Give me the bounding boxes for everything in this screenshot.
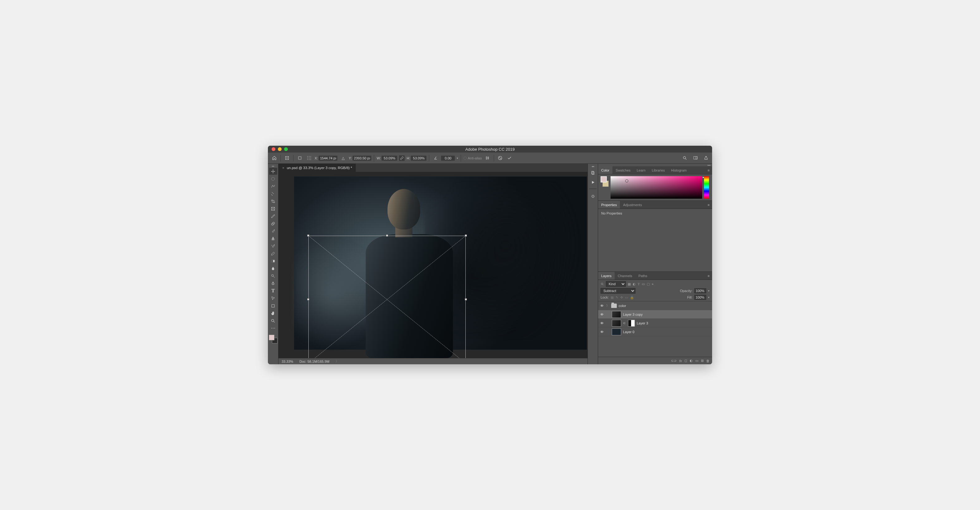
zoom-tool[interactable] bbox=[269, 317, 277, 324]
opacity-input[interactable] bbox=[694, 288, 706, 293]
layer-thumbnail[interactable] bbox=[612, 329, 621, 335]
panel-menu-icon[interactable]: ≡ bbox=[705, 274, 712, 278]
filter-type-icon[interactable]: T bbox=[638, 282, 640, 286]
transform-handle[interactable] bbox=[307, 298, 309, 300]
layer-thumbnail[interactable] bbox=[612, 320, 621, 327]
warp-icon[interactable] bbox=[484, 154, 491, 162]
tab-histogram[interactable]: Histogram bbox=[668, 166, 690, 174]
workspace-icon[interactable] bbox=[692, 154, 699, 162]
angle-input[interactable] bbox=[441, 156, 455, 160]
commit-transform-icon[interactable] bbox=[506, 154, 513, 162]
blend-mode-select[interactable]: Subtract bbox=[601, 288, 635, 294]
eraser-tool[interactable] bbox=[269, 250, 277, 257]
zoom-level[interactable]: 33.33% bbox=[282, 360, 293, 363]
tab-channels[interactable]: Channels bbox=[615, 272, 635, 280]
antialias-toggle[interactable]: Anti-alias bbox=[463, 156, 482, 160]
canvas[interactable] bbox=[294, 176, 587, 350]
filter-toggle-icon[interactable]: ● bbox=[652, 282, 654, 286]
color-swatches[interactable] bbox=[269, 335, 278, 343]
filter-shape-icon[interactable]: ▭ bbox=[642, 282, 645, 286]
visibility-toggle-icon[interactable]: 👁 bbox=[599, 330, 605, 334]
add-mask-icon[interactable]: ◻ bbox=[684, 359, 687, 363]
lasso-tool[interactable] bbox=[269, 183, 277, 190]
eyedropper-tool[interactable] bbox=[269, 213, 277, 219]
link-mask-icon[interactable]: ⊂ bbox=[623, 321, 626, 325]
transform-handle[interactable] bbox=[465, 234, 467, 237]
move-tool[interactable] bbox=[269, 168, 277, 175]
lock-pixels-icon[interactable]: ✎ bbox=[616, 296, 618, 300]
expand-strip-icon[interactable]: ◂◂ bbox=[592, 165, 594, 167]
edit-toolbar-icon[interactable]: ⋯ bbox=[269, 325, 277, 332]
tab-properties[interactable]: Properties bbox=[598, 201, 620, 209]
visibility-toggle-icon[interactable]: 👁 bbox=[599, 304, 605, 308]
layer-row[interactable]: 👁 Layer 0 bbox=[598, 327, 712, 336]
visibility-toggle-icon[interactable]: 👁 bbox=[599, 313, 605, 316]
gradient-tool[interactable] bbox=[269, 257, 277, 264]
home-icon[interactable] bbox=[270, 154, 278, 162]
canvas-viewport[interactable] bbox=[278, 172, 587, 358]
transform-controls-icon[interactable] bbox=[283, 154, 291, 162]
lock-position-icon[interactable]: ✥ bbox=[620, 296, 623, 300]
crop-tool[interactable] bbox=[269, 198, 277, 205]
filter-kind-select[interactable]: Kind bbox=[606, 281, 626, 287]
panel-foreground-swatch[interactable] bbox=[601, 176, 607, 183]
visibility-toggle-icon[interactable]: 👁 bbox=[599, 321, 605, 325]
fill-input[interactable] bbox=[694, 295, 706, 300]
panel-color-swatches[interactable] bbox=[601, 176, 609, 199]
tab-adjustments[interactable]: Adjustments bbox=[620, 201, 645, 209]
panel-menu-icon[interactable]: ≡ bbox=[705, 203, 712, 207]
adjustment-layer-icon[interactable]: ◐ bbox=[690, 359, 693, 363]
expand-group-icon[interactable]: 〉 bbox=[606, 303, 609, 308]
transform-handle[interactable] bbox=[465, 298, 467, 300]
filter-smart-icon[interactable]: ▢ bbox=[647, 282, 650, 286]
history-panel-icon[interactable] bbox=[589, 169, 597, 177]
hand-tool[interactable] bbox=[269, 310, 277, 317]
lock-transparency-icon[interactable]: ▦ bbox=[611, 296, 614, 300]
dodge-tool[interactable] bbox=[269, 272, 277, 279]
tab-swatches[interactable]: Swatches bbox=[612, 166, 633, 174]
shape-tool[interactable] bbox=[269, 302, 277, 309]
y-input[interactable] bbox=[353, 156, 371, 160]
w-input[interactable] bbox=[382, 156, 397, 160]
actions-panel-icon[interactable] bbox=[589, 178, 597, 186]
transform-handle[interactable] bbox=[307, 234, 309, 237]
quick-select-tool[interactable] bbox=[269, 190, 277, 197]
reference-grid-icon[interactable] bbox=[305, 154, 313, 162]
new-group-icon[interactable]: ▭ bbox=[695, 359, 698, 363]
foreground-swatch[interactable] bbox=[269, 335, 274, 340]
tab-color[interactable]: Color bbox=[598, 166, 612, 174]
maximize-window-icon[interactable] bbox=[284, 147, 288, 151]
collapse-panels-icon[interactable]: ▸◂ bbox=[598, 164, 712, 166]
filter-adjust-icon[interactable]: ◐ bbox=[633, 282, 636, 286]
path-select-tool[interactable] bbox=[269, 295, 277, 302]
pen-tool[interactable] bbox=[269, 280, 277, 287]
layer-fx-icon[interactable]: fx bbox=[679, 359, 682, 363]
share-icon[interactable] bbox=[702, 154, 710, 162]
layer-group-row[interactable]: 👁 〉 color bbox=[598, 301, 712, 310]
layer-name[interactable]: color bbox=[619, 304, 626, 308]
navigator-panel-icon[interactable] bbox=[589, 192, 597, 200]
close-window-icon[interactable] bbox=[272, 147, 275, 151]
collapse-toolbar-icon[interactable]: ▸▸ bbox=[268, 165, 278, 167]
cancel-transform-icon[interactable] bbox=[496, 154, 504, 162]
close-tab-icon[interactable]: × bbox=[282, 166, 285, 170]
layer-mask-thumbnail[interactable] bbox=[628, 320, 635, 327]
transform-bounding-box[interactable] bbox=[309, 236, 466, 358]
marquee-tool[interactable] bbox=[269, 175, 277, 182]
panel-menu-icon[interactable]: ≡ bbox=[705, 168, 712, 172]
document-tab[interactable]: × un.psd @ 33.3% (Layer 3 copy, RGB/8) * bbox=[278, 164, 356, 172]
tab-layers[interactable]: Layers bbox=[598, 272, 615, 280]
tab-paths[interactable]: Paths bbox=[635, 272, 651, 280]
stamp-tool[interactable] bbox=[269, 235, 277, 242]
layer-row[interactable]: 👁 ⊂ Layer 3 bbox=[598, 319, 712, 327]
blur-tool[interactable] bbox=[269, 265, 277, 272]
delta-icon[interactable]: △ bbox=[339, 154, 347, 162]
link-layers-icon[interactable]: ⊂⊃ bbox=[671, 359, 676, 363]
tab-libraries[interactable]: Libraries bbox=[649, 166, 668, 174]
status-flyout-icon[interactable]: 〉 bbox=[336, 359, 339, 364]
tab-learn[interactable]: Learn bbox=[633, 166, 649, 174]
new-layer-icon[interactable]: ⊞ bbox=[701, 359, 704, 363]
minimize-window-icon[interactable] bbox=[278, 147, 282, 151]
angle-dropdown-icon[interactable]: ▾ bbox=[457, 157, 458, 160]
lock-all-icon[interactable]: 🔒 bbox=[630, 296, 634, 300]
